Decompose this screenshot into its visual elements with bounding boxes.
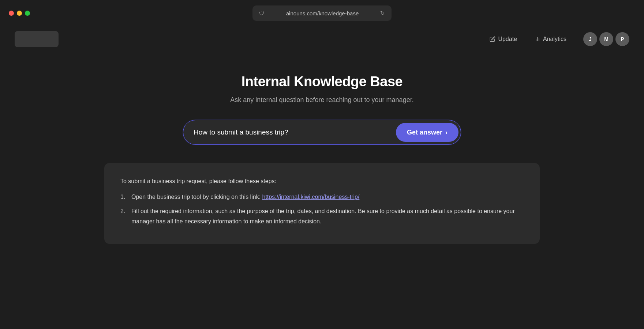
chevron-right-icon: › bbox=[445, 129, 448, 136]
list-item: 2. Fill out the required information, su… bbox=[120, 206, 524, 226]
business-trip-link[interactable]: https://internal.kiwi.com/business-trip/ bbox=[262, 194, 360, 200]
shield-icon: 🛡 bbox=[259, 10, 265, 16]
address-bar[interactable]: 🛡 ainouns.com/knowledge-base ↻ bbox=[252, 5, 392, 21]
logo-button[interactable] bbox=[15, 31, 59, 47]
get-answer-label: Get answer bbox=[407, 129, 442, 136]
main-content: Update Analytics J M P Internal Knowledg… bbox=[0, 26, 644, 329]
update-label: Update bbox=[498, 36, 517, 42]
maximize-button[interactable] bbox=[25, 11, 30, 16]
top-nav: Update Analytics J M P bbox=[0, 26, 644, 52]
bar-chart-icon bbox=[535, 36, 540, 42]
close-button[interactable] bbox=[9, 11, 14, 16]
avatars: J M P bbox=[583, 32, 629, 46]
page-subtitle: Ask any internal question before reachin… bbox=[230, 96, 413, 104]
answer-box: To submit a business trip request, pleas… bbox=[104, 163, 540, 244]
url-text: ainouns.com/knowledge-base bbox=[268, 10, 377, 16]
minimize-button[interactable] bbox=[17, 11, 22, 16]
list-item-text-1: Open the business trip tool by clicking … bbox=[131, 192, 524, 202]
avatar-j[interactable]: J bbox=[583, 32, 597, 46]
nav-right: Update Analytics J M P bbox=[486, 32, 629, 46]
title-bar: 🛡 ainouns.com/knowledge-base ↻ bbox=[0, 0, 644, 26]
avatar-m[interactable]: M bbox=[599, 32, 613, 46]
list-item-text-2: Fill out the required information, such … bbox=[131, 206, 524, 226]
search-container: Get answer › bbox=[183, 120, 461, 145]
refresh-icon[interactable]: ↻ bbox=[380, 10, 385, 16]
traffic-lights bbox=[9, 11, 30, 16]
answer-list: 1. Open the business trip tool by clicki… bbox=[120, 192, 524, 226]
page-title: Internal Knowledge Base bbox=[242, 74, 402, 90]
search-input[interactable] bbox=[194, 128, 396, 136]
update-button[interactable]: Update bbox=[486, 34, 521, 45]
analytics-button[interactable]: Analytics bbox=[531, 34, 570, 45]
avatar-p[interactable]: P bbox=[615, 32, 629, 46]
page-content: Internal Knowledge Base Ask any internal… bbox=[0, 52, 644, 244]
list-item: 1. Open the business trip tool by clicki… bbox=[120, 192, 524, 202]
get-answer-button[interactable]: Get answer › bbox=[396, 123, 458, 142]
list-number-2: 2. bbox=[120, 206, 128, 226]
answer-intro: To submit a business trip request, pleas… bbox=[120, 176, 524, 186]
analytics-label: Analytics bbox=[543, 36, 566, 42]
list-number-1: 1. bbox=[120, 192, 128, 202]
pencil-icon bbox=[490, 36, 495, 42]
